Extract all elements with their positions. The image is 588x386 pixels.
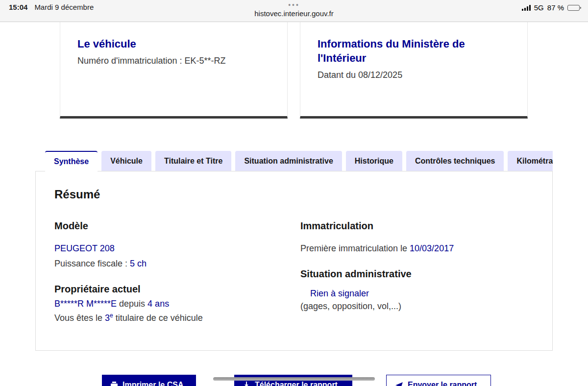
download-icon bbox=[243, 381, 250, 386]
holder-line: Vous êtes le 3e titulaire de ce véhicule bbox=[54, 312, 285, 323]
horizontal-scrollbar[interactable] bbox=[213, 377, 375, 381]
situation-note: (gages, opposition, vol,...) bbox=[300, 301, 531, 312]
situation-heading: Situation administrative bbox=[300, 268, 531, 280]
immat-heading: Immatriculation bbox=[300, 220, 531, 232]
fiscal-power-label: Puissance fiscale : bbox=[54, 259, 130, 268]
ministry-card: Informations du Ministère de l'Intérieur… bbox=[300, 22, 528, 119]
tab-situation-administrative[interactable]: Situation administrative bbox=[235, 151, 342, 171]
owner-since-value: 4 ans bbox=[147, 299, 169, 309]
model-heading: Modèle bbox=[54, 220, 285, 232]
send-paper-plane-icon bbox=[395, 381, 403, 386]
fiscal-power-line: Puissance fiscale : 5 ch bbox=[54, 259, 285, 269]
network-type: 5G bbox=[534, 3, 544, 12]
tab-controles-techniques[interactable]: Contrôles techniques bbox=[406, 151, 504, 171]
tab-titulaire-et-titre[interactable]: Titulaire et Titre bbox=[155, 151, 231, 171]
page-menu-dots-icon[interactable]: ••• bbox=[0, 2, 588, 8]
owner-heading: Propriétaire actuel bbox=[54, 284, 285, 295]
tab-kilometrage[interactable]: Kilométrage bbox=[508, 151, 553, 171]
panel-left-column: Modèle PEUGEOT 208 Puissance fiscale : 5… bbox=[54, 220, 285, 323]
ministry-card-title: Informations du Ministère de l'Intérieur bbox=[318, 37, 510, 65]
print-csa-label: Imprimer le CSA bbox=[122, 381, 183, 386]
download-report-label: Télécharger le rapport bbox=[255, 381, 338, 386]
send-report-label: Envoyer le rapport bbox=[408, 381, 477, 386]
send-report-button[interactable]: Envoyer le rapport bbox=[386, 375, 491, 386]
battery-icon bbox=[567, 5, 581, 11]
print-csa-button[interactable]: Imprimer le CSA bbox=[102, 375, 196, 386]
fiscal-power-value: 5 ch bbox=[130, 259, 147, 268]
owner-since-label: depuis bbox=[117, 299, 147, 309]
vehicle-card-title: Le véhicule bbox=[77, 37, 270, 51]
status-bar: 15:04 Mardi 9 décembre ••• histovec.inte… bbox=[0, 0, 588, 22]
synthese-panel: Résumé Modèle PEUGEOT 208 Puissance fisc… bbox=[35, 171, 553, 351]
holder-prefix: Vous êtes le bbox=[54, 313, 105, 323]
printer-icon bbox=[110, 381, 118, 386]
model-value: PEUGEOT 208 bbox=[54, 243, 285, 254]
ministry-card-date: Datant du 08/12/2025 bbox=[318, 70, 510, 80]
holder-rank: 3e bbox=[105, 313, 113, 323]
panel-title: Résumé bbox=[54, 188, 100, 201]
first-registration-label: Première immatriculation le bbox=[300, 243, 410, 253]
battery-percent: 87 % bbox=[547, 3, 564, 12]
situation-status: Rien à signaler bbox=[310, 289, 531, 299]
owner-masked-name: B*****R M*****E bbox=[54, 299, 117, 309]
tab-historique[interactable]: Historique bbox=[346, 151, 402, 171]
tab-synthese[interactable]: Synthèse bbox=[45, 151, 98, 171]
owner-line: B*****R M*****E depuis 4 ans bbox=[54, 299, 285, 309]
tab-vehicule[interactable]: Véhicule bbox=[101, 151, 151, 171]
first-registration-line: Première immatriculation le 10/03/2017 bbox=[300, 243, 531, 254]
report-tabs: Synthèse Véhicule Titulaire et Titre Sit… bbox=[35, 151, 553, 171]
holder-suffix: titulaire de ce véhicule bbox=[113, 313, 203, 323]
first-registration-date: 10/03/2017 bbox=[410, 243, 454, 253]
signal-bars-icon bbox=[522, 5, 531, 11]
panel-right-column: Immatriculation Première immatriculation… bbox=[300, 220, 531, 312]
vehicle-card-plate: Numéro d'immatriculation : EK-5**-RZ bbox=[77, 56, 270, 66]
url-bar[interactable]: histovec.interieur.gouv.fr bbox=[0, 9, 588, 18]
vehicle-card: Le véhicule Numéro d'immatriculation : E… bbox=[60, 22, 288, 119]
